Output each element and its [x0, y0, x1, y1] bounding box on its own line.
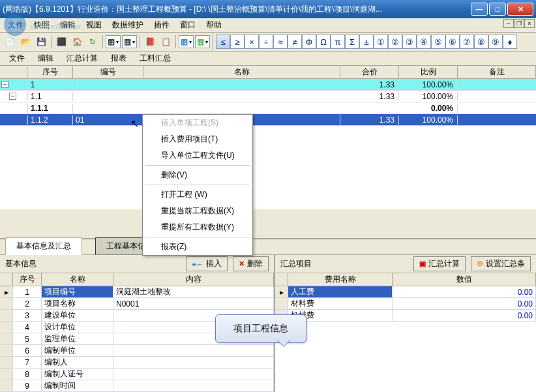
symbol-×[interactable]: ×: [245, 35, 259, 49]
menu-编辑[interactable]: 编辑: [55, 18, 81, 32]
ctx-导入单位工程文件(U)[interactable]: 导入单位工程文件(U): [143, 147, 252, 164]
set-summary-button[interactable]: ⚙设置汇总条: [471, 256, 531, 271]
combo-2[interactable]: ▦▾: [122, 35, 137, 48]
mdi-restore-button[interactable]: ❐: [514, 19, 524, 28]
symbol-π[interactable]: π: [331, 35, 345, 49]
info-row[interactable]: 7编制人: [0, 357, 274, 369]
symbol-③[interactable]: ③: [402, 35, 417, 49]
tree-row[interactable]: −1.11.33100.00%: [0, 91, 536, 102]
tab-row: 基本信息及汇总工程基本信息工程费用: [0, 239, 536, 255]
submenu-汇总计算[interactable]: 汇总计算: [60, 52, 104, 65]
delete-button[interactable]: ✕删除: [233, 256, 269, 271]
tab-基本信息及汇总[interactable]: 基本信息及汇总: [5, 237, 82, 255]
symbol-≈[interactable]: ≈: [273, 35, 288, 49]
col-note[interactable]: 备注: [458, 66, 536, 78]
left-col-name[interactable]: 名称: [42, 273, 113, 286]
symbol-≠[interactable]: ≠: [288, 35, 302, 49]
symbol-÷[interactable]: ÷: [259, 35, 273, 49]
maximize-button[interactable]: □: [489, 3, 506, 16]
ctx-插入费用项目(T)[interactable]: 插入费用项目(T): [143, 131, 252, 147]
tree-toggle-icon[interactable]: −: [9, 93, 16, 100]
combo-4[interactable]: ▦▾: [195, 35, 210, 48]
summary-pane: 汇总项目 ▣汇总计算 ⚙设置汇总条 费用名称 数值 ▸人工费0.00材料费0.0…: [275, 255, 536, 392]
left-col-content[interactable]: 内容: [113, 273, 274, 286]
submenu-工料汇总[interactable]: 工料汇总: [133, 52, 177, 65]
minimize-button[interactable]: —: [471, 3, 488, 16]
col-seq[interactable]: 序号: [27, 66, 73, 78]
right-col-val[interactable]: 数值: [393, 273, 536, 286]
menu-窗口[interactable]: 窗口: [175, 18, 201, 32]
calc-summary-button[interactable]: ▣汇总计算: [413, 256, 466, 271]
submenu-编辑[interactable]: 编辑: [31, 52, 60, 65]
tree-row[interactable]: 1.1.201湖南农村耕地整改工程1.33100.00%: [0, 114, 536, 126]
submenu-报表[interactable]: 报表: [104, 52, 133, 65]
submenu-文件[interactable]: 文件: [3, 52, 31, 65]
symbol-⑨[interactable]: ⑨: [488, 35, 503, 49]
insert-button[interactable]: ≡←插入: [186, 256, 228, 271]
ctx-重提当前工程数据(X)[interactable]: 重提当前工程数据(X): [143, 203, 252, 219]
context-menu: 插入单项工程(S)插入费用项目(T)导入单位工程文件(U)删除(V)打开工程 (…: [142, 114, 253, 256]
symbol-Φ[interactable]: Φ: [302, 35, 316, 49]
left-col-seq[interactable]: 序号: [13, 273, 42, 286]
symbol-⑧[interactable]: ⑧: [474, 35, 488, 49]
combo-3[interactable]: ▦▾: [179, 35, 194, 48]
menu-插件[interactable]: 插件: [149, 18, 175, 32]
menu-帮助[interactable]: 帮助: [201, 18, 227, 32]
symbol-④[interactable]: ④: [417, 35, 431, 49]
combo-1[interactable]: ▦▾: [106, 35, 121, 48]
info-row[interactable]: ▸1项目编号洞庭湖土地整改: [0, 286, 274, 298]
ctx-插入单项工程(S): 插入单项工程(S): [143, 115, 252, 131]
fee-row[interactable]: 机械费0.00: [275, 310, 536, 322]
new-icon[interactable]: 📄: [3, 35, 17, 49]
symbol-≤[interactable]: ≤: [216, 35, 230, 49]
doc-icon[interactable]: 📋: [158, 35, 173, 49]
symbol-Σ[interactable]: Σ: [345, 35, 359, 49]
col-ratio[interactable]: 比例: [399, 66, 458, 78]
refresh-icon[interactable]: ↻: [85, 35, 100, 49]
menu-数据维护[interactable]: 数据维护: [107, 18, 149, 32]
symbol-②[interactable]: ②: [388, 35, 402, 49]
right-col-name[interactable]: 费用名称: [288, 273, 393, 286]
col-code[interactable]: 编号: [73, 66, 143, 78]
save-icon[interactable]: 💾: [34, 35, 48, 49]
symbol-±[interactable]: ±: [359, 35, 374, 49]
home-icon[interactable]: 🏠: [70, 35, 84, 49]
symbol-♦[interactable]: ♦: [503, 35, 517, 49]
menu-bar: 文件快照编辑视图数据维护插件窗口帮助 – ❐ ×: [0, 18, 536, 33]
fee-row[interactable]: ▸人工费0.00: [275, 286, 536, 298]
info-row[interactable]: 9编制时间: [0, 380, 274, 392]
tree-row[interactable]: 1.1.10.00%: [0, 102, 536, 114]
callout-tooltip: 项目工程信息: [215, 314, 306, 343]
symbol-①[interactable]: ①: [374, 35, 388, 49]
mdi-close-button[interactable]: ×: [524, 19, 535, 28]
symbol-⑦[interactable]: ⑦: [460, 35, 474, 49]
mdi-min-button[interactable]: –: [503, 19, 514, 28]
menu-快照[interactable]: 快照: [29, 18, 55, 32]
ctx-打开工程  (W)[interactable]: 打开工程 (W): [143, 187, 252, 203]
col-tree: [0, 66, 27, 78]
info-row[interactable]: 8编制人证号: [0, 369, 274, 380]
symbol-toolbar: ≤≥×÷≈≠ΦΩπΣ±①②③④⑤⑥⑦⑧⑨♦: [213, 33, 536, 51]
main-toolbar: 📄 📂 💾 ⬛ 🏠 ↻ ▦▾ ▦▾ 📕 📋 ▦▾ ▦▾: [0, 33, 213, 51]
col-total[interactable]: 合价: [340, 66, 399, 78]
tree-toggle-icon[interactable]: −: [1, 81, 8, 88]
ctx-报表(Z)[interactable]: 报表(Z): [143, 239, 252, 255]
book-icon[interactable]: 📕: [143, 35, 157, 49]
ctx-删除(V)[interactable]: 删除(V): [143, 167, 252, 183]
symbol-≥[interactable]: ≥: [230, 35, 245, 49]
open-icon[interactable]: 📂: [18, 35, 33, 49]
symbol-Ω[interactable]: Ω: [316, 35, 331, 49]
menu-视图[interactable]: 视图: [81, 18, 107, 32]
col-name[interactable]: 名称: [143, 66, 340, 78]
project-tree-grid[interactable]: 序号 编号 名称 合价 比例 备注 −11.33100.00%−1.11.331…: [0, 66, 536, 209]
symbol-⑥[interactable]: ⑥: [445, 35, 460, 49]
menu-文件[interactable]: 文件: [3, 18, 29, 32]
info-row[interactable]: 6编制单位: [0, 345, 274, 357]
tree-icon[interactable]: ⬛: [54, 35, 68, 49]
tree-row[interactable]: −11.33100.00%: [0, 79, 536, 91]
info-row[interactable]: 2项目名称N0001: [0, 298, 274, 310]
ctx-重提所有工程数据(Y)[interactable]: 重提所有工程数据(Y): [143, 219, 252, 235]
symbol-⑤[interactable]: ⑤: [431, 35, 445, 49]
fee-row[interactable]: 材料费0.00: [275, 298, 536, 310]
close-button[interactable]: ✕: [507, 3, 533, 16]
